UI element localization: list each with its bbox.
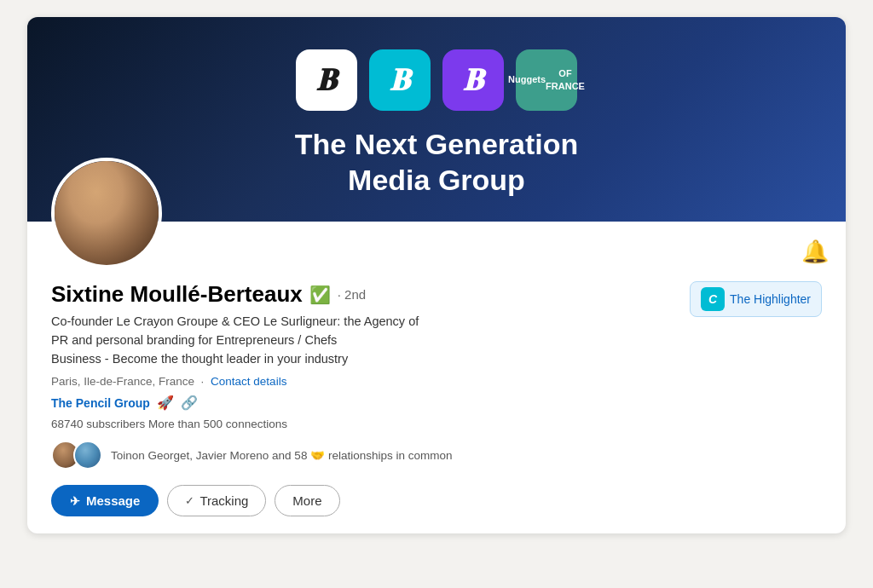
message-label: Message	[86, 493, 140, 508]
profile-name-row: Sixtine Moullé-Berteaux ✅ · 2nd	[51, 281, 452, 308]
company-link[interactable]: The Pencil Group	[51, 396, 150, 410]
mutual-avatar-2	[73, 441, 102, 470]
profile-stats: 68740 subscribers More than 500 connecti…	[51, 418, 452, 430]
highlighter-badge[interactable]: C The Highlighter	[690, 281, 822, 317]
logo-purple: 𝐁	[442, 49, 504, 111]
contact-details-link[interactable]: Contact details	[211, 375, 286, 388]
banner-logos: 𝐁 𝐁 𝐁 Nuggets OF FRANCE	[296, 49, 577, 111]
check-icon: ✓	[185, 494, 194, 507]
banner-title: The Next Generation Media Group	[295, 126, 579, 199]
action-buttons: ✈ Message ✓ Tracking More	[51, 485, 452, 516]
logo-cyan: 𝐁	[369, 49, 431, 111]
banner-title-line1: The Next Generation	[295, 128, 579, 160]
company-emoji-link: 🔗	[181, 395, 198, 411]
profile-card: 𝐁 𝐁 𝐁 Nuggets OF FRANCE The Next Generat…	[27, 17, 846, 533]
send-icon: ✈	[70, 494, 80, 508]
highlighter-icon: C	[701, 287, 725, 311]
logo-c-cyan: 𝐁	[390, 62, 410, 98]
banner-title-line2: Media Group	[348, 164, 525, 196]
degree-badge: · 2nd	[338, 287, 366, 302]
company-emoji-rocket: 🚀	[157, 395, 174, 411]
profile-top-row: Sixtine Moullé-Berteaux ✅ · 2nd Co-found…	[51, 281, 822, 516]
more-label: More	[292, 493, 321, 508]
logo-c-purple: 𝐁	[463, 62, 483, 98]
nuggets-subtext: OF FRANCE	[546, 67, 585, 92]
profile-company-row: The Pencil Group 🚀 🔗	[51, 395, 452, 411]
more-button[interactable]: More	[275, 485, 339, 516]
profile-location: Paris, Ile-de-France, France · Contact d…	[51, 375, 452, 388]
profile-name: Sixtine Moullé-Berteaux	[51, 281, 303, 308]
profile-headline: Co-founder Le Crayon Groupe & CEO Le Sur…	[51, 313, 452, 368]
highlighter-letter: C	[708, 292, 717, 306]
mutual-connections: Toinon Georget, Javier Moreno and 58 🤝 r…	[51, 441, 452, 470]
verified-icon: ✅	[309, 285, 331, 305]
nuggets-text: Nuggets	[508, 73, 546, 85]
location-text: Paris, Ile-de-France, France	[51, 375, 194, 388]
message-button[interactable]: ✈ Message	[51, 485, 159, 516]
avatars-stack	[51, 441, 102, 470]
highlighter-label: The Highlighter	[730, 292, 811, 306]
mutual-suffix: 🤝 relationships in common	[310, 449, 452, 462]
profile-section: Sixtine Moullé-Berteaux ✅ · 2nd Co-found…	[27, 222, 846, 533]
tracking-label: Tracking	[199, 493, 248, 508]
tracking-button[interactable]: ✓ Tracking	[167, 485, 266, 516]
mutual-text: Toinon Georget, Javier Moreno and 58 🤝 r…	[111, 448, 452, 462]
profile-left: Sixtine Moullé-Berteaux ✅ · 2nd Co-found…	[51, 281, 452, 516]
logo-white: 𝐁	[296, 49, 357, 111]
logo-teal: Nuggets OF FRANCE	[516, 49, 577, 111]
mutual-names: Toinon Georget, Javier Moreno and 58	[111, 449, 307, 462]
logo-c-white: 𝐁	[316, 62, 337, 98]
banner: 𝐁 𝐁 𝐁 Nuggets OF FRANCE The Next Generat…	[27, 17, 846, 222]
